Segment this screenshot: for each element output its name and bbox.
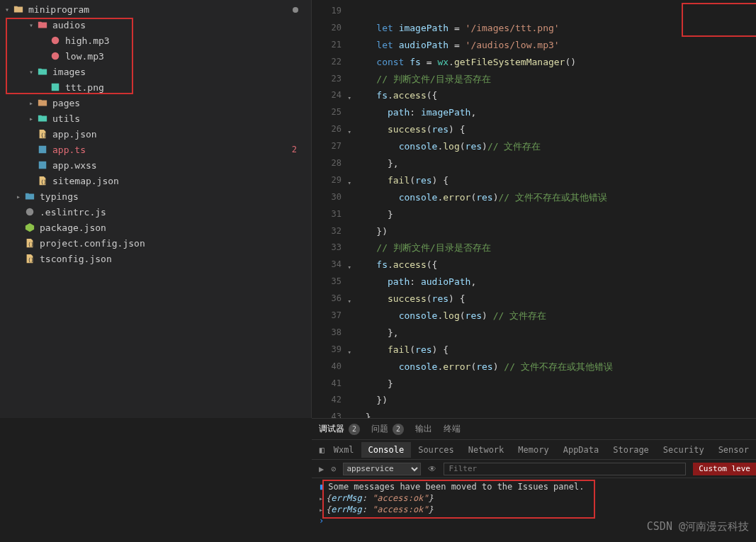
console-message[interactable]: ▮Some messages have been moved to the Is… bbox=[319, 481, 749, 492]
chevron-icon: ▾ bbox=[27, 21, 35, 29]
tree-item-project-config-json[interactable]: {}project.config.json bbox=[0, 235, 311, 251]
svg-text:{}: {} bbox=[28, 242, 33, 247]
devtools-tab-network[interactable]: Network bbox=[461, 442, 512, 458]
tree-label: tsconfig.json bbox=[40, 254, 112, 264]
tree-item-ttt-png[interactable]: ttt.png bbox=[0, 79, 311, 95]
tree-item-pages[interactable]: ▸pages bbox=[0, 95, 311, 111]
tree-item-app-ts[interactable]: app.ts2 bbox=[0, 142, 311, 157]
file-red-icon bbox=[50, 50, 61, 62]
devtools-tab-storage[interactable]: Storage bbox=[606, 442, 656, 458]
play-icon[interactable]: ▶ bbox=[319, 464, 324, 474]
file-yellow-icon: {} bbox=[24, 237, 35, 249]
tree-label: low.mp3 bbox=[65, 51, 104, 62]
file-green-icon bbox=[24, 222, 35, 233]
tree-item-audios[interactable]: ▾audios bbox=[0, 17, 311, 33]
tree-item-tsconfig-json[interactable]: {}tsconfig.json bbox=[0, 251, 311, 266]
devtools-tab-memory[interactable]: Memory bbox=[511, 442, 555, 458]
eye-icon[interactable]: 👁 bbox=[428, 464, 436, 474]
folder-teal-icon bbox=[37, 66, 48, 77]
bottom-panel[interactable]: 调试器2问题2输出终端 ◧ WxmlConsoleSourcesNetworkM… bbox=[312, 418, 756, 542]
file-blue-icon bbox=[37, 144, 48, 155]
file-red-icon bbox=[50, 35, 61, 46]
tree-label: typings bbox=[40, 191, 79, 202]
folder-teal-icon bbox=[37, 113, 48, 124]
svg-rect-4 bbox=[39, 146, 47, 154]
file-teal-icon bbox=[50, 81, 61, 93]
svg-point-1 bbox=[52, 52, 60, 60]
folder-blue-icon bbox=[24, 191, 35, 202]
devtools-tab-wxml[interactable]: Wxml bbox=[327, 442, 361, 458]
tree-item-high-mp3[interactable]: high.mp3 bbox=[0, 33, 311, 48]
clear-icon[interactable]: ⊘ bbox=[331, 464, 336, 474]
tree-item--eslintrc-js[interactable]: .eslintrc.js bbox=[0, 204, 311, 220]
svg-text:{}: {} bbox=[40, 132, 46, 138]
filter-input[interactable] bbox=[444, 463, 686, 475]
chevron-icon: ▸ bbox=[27, 99, 35, 107]
console-toolbar[interactable]: ▶ ⊘ appservice 👁 Custom leve bbox=[312, 460, 756, 478]
info-icon: ▮ bbox=[319, 482, 324, 492]
console-output[interactable]: ▮Some messages have been moved to the Is… bbox=[312, 478, 756, 529]
devtools-tab-appdata[interactable]: AppData bbox=[556, 442, 607, 458]
folder-icon bbox=[13, 4, 24, 15]
file-blue-icon bbox=[37, 159, 48, 171]
tree-item-package-json[interactable]: package.json bbox=[0, 220, 311, 235]
devtools-tab-sensor[interactable]: Sensor bbox=[711, 442, 756, 458]
log-level-button[interactable]: Custom leve bbox=[693, 463, 756, 475]
tree-root[interactable]: ▾ miniprogram bbox=[0, 1, 311, 17]
tree-item-typings[interactable]: ▸typings bbox=[0, 188, 311, 204]
svg-text:{}: {} bbox=[28, 257, 33, 263]
devtools-tab-sources[interactable]: Sources bbox=[411, 442, 461, 458]
tree-label: package.json bbox=[40, 222, 106, 233]
console-message[interactable]: ▸{errMsg: "access:ok"} bbox=[319, 504, 749, 515]
panel-tab-问题[interactable]: 问题2 bbox=[371, 423, 404, 435]
svg-rect-2 bbox=[52, 84, 60, 91]
panel-tab-输出[interactable]: 输出 bbox=[415, 423, 432, 435]
tree-label: sitemap.json bbox=[52, 176, 119, 186]
chevron-icon: ▸ bbox=[14, 193, 23, 201]
code-editor[interactable]: 192021222324▾2526▾272829▾3031323334▾3536… bbox=[312, 0, 756, 418]
console-message[interactable]: ▸{errMsg: "access:ok"} bbox=[319, 492, 749, 504]
context-select[interactable]: appservice bbox=[343, 463, 421, 475]
tree-item-sitemap-json[interactable]: {}sitemap.json bbox=[0, 173, 311, 188]
tree-item-utils[interactable]: ▸utils bbox=[0, 111, 311, 126]
tree-label: .eslintrc.js bbox=[40, 207, 106, 218]
tree-item-app-json[interactable]: {}app.json bbox=[0, 126, 311, 142]
line-gutter: 192021222324▾2526▾272829▾3031323334▾3536… bbox=[312, 0, 354, 418]
tree-item-images[interactable]: ▾images bbox=[0, 64, 311, 79]
tree-label: images bbox=[52, 67, 86, 77]
modified-indicator bbox=[293, 7, 298, 13]
inspect-icon[interactable]: ◧ bbox=[319, 445, 325, 455]
tree-item-app-wxss[interactable]: app.wxss bbox=[0, 157, 311, 173]
devtools-tab-security[interactable]: Security bbox=[656, 442, 711, 458]
svg-point-7 bbox=[26, 208, 34, 216]
expand-icon[interactable]: ▸ bbox=[319, 506, 323, 514]
file-yellow-icon: {} bbox=[37, 128, 48, 140]
expand-icon[interactable]: ▸ bbox=[319, 495, 323, 502]
panel-tab-调试器[interactable]: 调试器2 bbox=[319, 423, 360, 435]
file-yellow-icon: {} bbox=[37, 175, 48, 186]
file-explorer[interactable]: ▾ miniprogram ▾audioshigh.mp3low.mp3▾ima… bbox=[0, 0, 312, 418]
devtools-tabs[interactable]: ◧ WxmlConsoleSourcesNetworkMemoryAppData… bbox=[312, 440, 756, 460]
problem-count: 2 bbox=[292, 145, 297, 154]
tree-label: app.json bbox=[52, 129, 97, 140]
chevron-icon: ▸ bbox=[27, 115, 35, 123]
tree-item-low-mp3[interactable]: low.mp3 bbox=[0, 48, 311, 64]
file-grey-icon bbox=[24, 206, 35, 218]
tree-label: pages bbox=[52, 98, 80, 108]
chevron-down-icon: ▾ bbox=[3, 6, 11, 13]
tree-label: app.ts bbox=[52, 145, 86, 155]
tree-label: miniprogram bbox=[28, 4, 89, 15]
tree-label: app.wxss bbox=[52, 160, 97, 171]
panel-tab-终端[interactable]: 终端 bbox=[444, 423, 461, 435]
tree-label: project.config.json bbox=[40, 238, 145, 249]
svg-text:{}: {} bbox=[40, 179, 46, 185]
svg-point-0 bbox=[52, 37, 60, 45]
svg-rect-5 bbox=[39, 162, 47, 169]
tree-label: high.mp3 bbox=[65, 35, 110, 46]
badge: 2 bbox=[393, 424, 404, 435]
folder-red-icon bbox=[37, 19, 48, 30]
devtools-tab-console[interactable]: Console bbox=[361, 442, 412, 458]
panel-tabs[interactable]: 调试器2问题2输出终端 bbox=[312, 419, 756, 440]
badge: 2 bbox=[349, 424, 360, 435]
code-area[interactable]: let imagePath = '/images/ttt.png' let au… bbox=[354, 0, 756, 418]
